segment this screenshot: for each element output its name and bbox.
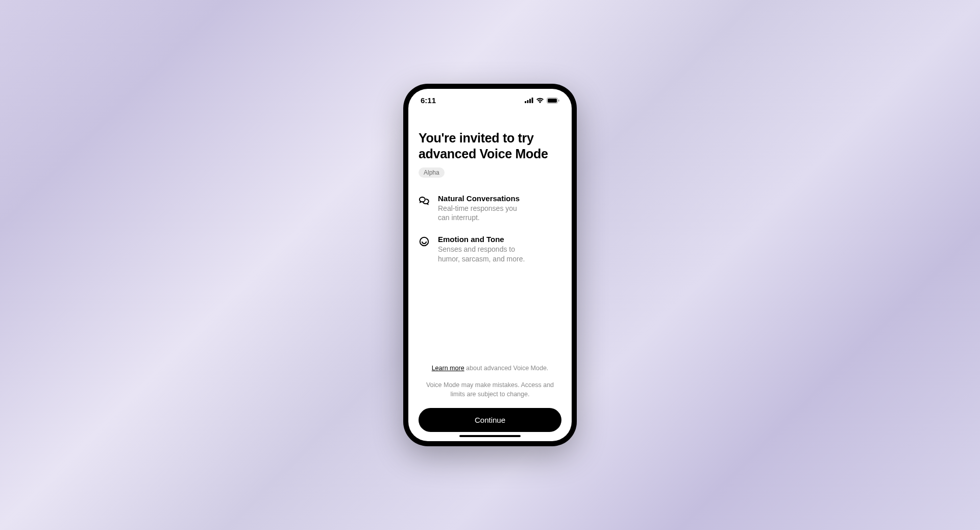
learn-more-line: Learn more about advanced Voice Mode. xyxy=(419,365,561,372)
phone-screen: 6:11 xyxy=(408,89,572,441)
smile-icon xyxy=(419,236,430,247)
battery-icon xyxy=(547,98,559,104)
svg-rect-0 xyxy=(525,101,526,103)
cellular-signal-icon xyxy=(525,98,533,103)
svg-rect-3 xyxy=(532,98,533,103)
feature-description: Real-time responses you can interrupt. xyxy=(438,204,530,223)
learn-more-link[interactable]: Learn more xyxy=(432,365,464,372)
feature-text: Emotion and Tone Senses and responds to … xyxy=(438,235,561,264)
continue-button[interactable]: Continue xyxy=(419,408,561,432)
bottom-section: Learn more about advanced Voice Mode. Vo… xyxy=(408,365,572,441)
chat-bubbles-icon xyxy=(419,195,430,206)
feature-text: Natural Conversations Real-time response… xyxy=(438,194,561,223)
svg-rect-6 xyxy=(558,100,559,102)
wifi-icon xyxy=(536,98,544,103)
page-title: You're invited to try advanced Voice Mod… xyxy=(419,130,561,162)
phone-frame: 6:11 xyxy=(403,84,577,446)
feature-list: Natural Conversations Real-time response… xyxy=(419,194,561,264)
status-bar: 6:11 xyxy=(408,89,572,109)
disclaimer-text: Voice Mode may make mistakes. Access and… xyxy=(419,381,561,399)
status-indicators xyxy=(525,98,559,104)
feature-emotion-tone: Emotion and Tone Senses and responds to … xyxy=(419,235,561,264)
svg-rect-2 xyxy=(529,99,531,104)
content-area: You're invited to try advanced Voice Mod… xyxy=(408,109,572,365)
feature-natural-conversations: Natural Conversations Real-time response… xyxy=(419,194,561,223)
feature-title: Natural Conversations xyxy=(438,194,561,203)
alpha-badge: Alpha xyxy=(419,167,445,178)
svg-rect-5 xyxy=(548,99,557,103)
svg-point-7 xyxy=(420,237,429,246)
feature-description: Senses and responds to humor, sarcasm, a… xyxy=(438,245,530,264)
home-indicator[interactable] xyxy=(459,435,521,437)
feature-title: Emotion and Tone xyxy=(438,235,561,244)
svg-rect-1 xyxy=(527,100,529,103)
learn-more-suffix: about advanced Voice Mode. xyxy=(464,365,549,372)
status-time: 6:11 xyxy=(421,96,436,105)
